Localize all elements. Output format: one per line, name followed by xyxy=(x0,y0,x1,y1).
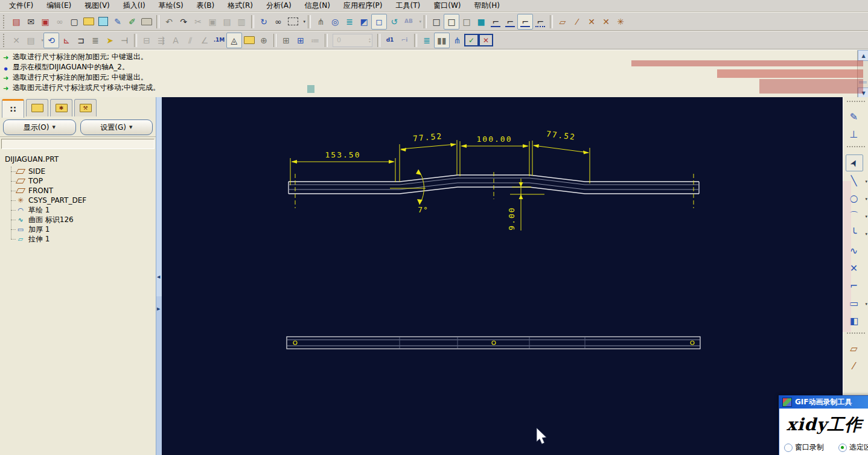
line-tool[interactable]: ╲ xyxy=(846,173,862,189)
message-scrollbar[interactable] xyxy=(857,50,868,98)
table-button[interactable]: ⊞ xyxy=(279,33,293,48)
radio-button-icon[interactable] xyxy=(838,444,847,452)
graphics-canvas[interactable]: 153.50 77.52 100.00 77.52 xyxy=(162,97,843,455)
balloons-folder-button[interactable] xyxy=(242,33,257,48)
side-view-geometry[interactable] xyxy=(289,175,699,194)
edge-display-hidden-button[interactable]: ⌐ xyxy=(517,14,533,30)
dim-text-100-00[interactable]: 100.00 xyxy=(477,135,512,144)
point-tag-display-button[interactable]: ✕ xyxy=(599,14,613,29)
gif-recorder-window[interactable]: GIF动画录制工具 xidy工作 窗口录制 选定区域 xyxy=(779,395,868,455)
redo-button[interactable]: ↷ xyxy=(176,14,191,29)
sep[interactable] xyxy=(134,34,137,47)
tree-item-sketch[interactable]: ◠ 草绘 1 xyxy=(10,205,155,215)
centerlines[interactable] xyxy=(295,172,694,208)
dimension-length-middle[interactable]: 100.00 xyxy=(460,135,529,176)
csys-display-button[interactable]: ✳ xyxy=(613,14,628,29)
spline-tool[interactable]: ∿ xyxy=(846,243,862,259)
tab-favorites[interactable]: ✱ xyxy=(50,99,72,116)
tab-connections[interactable]: ⚒ xyxy=(74,99,97,116)
dim-text-77-52-left[interactable]: 77.52 xyxy=(412,132,442,143)
sep[interactable] xyxy=(424,15,427,28)
toolbar-grip[interactable] xyxy=(847,332,865,337)
undo-button[interactable]: ↶ xyxy=(162,14,176,29)
decimal-places-button[interactable]: .1M xyxy=(212,33,226,48)
toolbar-grip[interactable] xyxy=(3,15,7,28)
dialog-ok-button[interactable]: ✓ xyxy=(464,34,479,46)
text-style-button[interactable]: A xyxy=(168,33,183,48)
toolbar-grip[interactable] xyxy=(3,34,7,47)
dimension-rise-height[interactable]: 9.00 xyxy=(507,179,544,231)
menu-help[interactable]: 帮助(H) xyxy=(467,0,506,11)
dimension-tool[interactable]: ✎ xyxy=(846,109,862,125)
update-sheet-button[interactable]: ⟲ xyxy=(43,33,59,48)
dialog-cancel-button[interactable]: ✕ xyxy=(479,34,493,46)
hidden-line-view-button[interactable]: □ xyxy=(444,14,459,30)
hatch-button[interactable]: ⫽ xyxy=(183,33,197,48)
tree-item-extrude[interactable]: ▱ 拉伸 1 xyxy=(10,234,155,244)
layers-button[interactable]: ≣ xyxy=(342,14,357,29)
cut-button[interactable]: ✂ xyxy=(191,14,205,29)
tab-model-tree[interactable]: ∷ xyxy=(2,99,24,118)
link-button[interactable]: ∞ xyxy=(53,14,67,29)
menu-format[interactable]: 格式(R) xyxy=(221,0,260,11)
select-tool[interactable]: ➤ xyxy=(846,154,863,171)
paste-button[interactable]: ▤ xyxy=(220,14,234,29)
export-image-button[interactable]: ▣ xyxy=(38,14,53,29)
table-rows-button[interactable]: ≔ xyxy=(308,33,322,48)
menu-info[interactable]: 信息(N) xyxy=(298,0,337,11)
shade-button[interactable]: ◩ xyxy=(357,14,371,29)
regen-manager-button[interactable]: ⊐ xyxy=(74,33,88,48)
settings-button[interactable]: 设置(G) xyxy=(80,119,153,135)
insert-jog-button[interactable]: ⊾ xyxy=(59,33,74,48)
relations-button[interactable]: ⋔ xyxy=(450,33,464,48)
tree-item-side[interactable]: SIDE xyxy=(10,167,155,176)
tree-root-part[interactable]: DIJIAGUAN.PRT xyxy=(1,153,155,167)
annotation-button[interactable]: AB xyxy=(401,14,416,29)
select-dimension-button[interactable]: ➤ xyxy=(103,33,117,48)
tree-item-front[interactable]: FRONT xyxy=(10,186,155,196)
datum-plane-tool[interactable]: ▱ xyxy=(846,341,862,357)
sep[interactable] xyxy=(325,34,328,47)
sep[interactable] xyxy=(550,15,553,28)
edge-display-solid-button[interactable]: ⌐ xyxy=(488,14,503,29)
expand-right-arrow-icon[interactable]: ▶ xyxy=(157,307,160,311)
arc-tool[interactable]: ⌒ xyxy=(846,208,862,224)
dim-text-7-deg[interactable]: 7° xyxy=(418,205,429,214)
radio-selected-region[interactable]: 选定区域 xyxy=(838,442,868,453)
fillet-tool[interactable]: ╰ xyxy=(846,226,862,241)
layer-manager-button[interactable]: ≣ xyxy=(420,33,434,48)
table-style-button[interactable]: ≣ xyxy=(88,33,103,48)
zoom-window-button[interactable]: ◻ xyxy=(371,14,387,30)
menu-file[interactable]: 文件(F) xyxy=(2,0,40,11)
menu-analysis[interactable]: 分析(A) xyxy=(260,0,298,11)
sep[interactable] xyxy=(414,34,417,47)
sep[interactable] xyxy=(273,34,276,47)
plane-display-button[interactable]: ▱ xyxy=(555,14,570,29)
tree-item-thicken[interactable]: ▭ 加厚 1 xyxy=(10,224,155,234)
menu-view[interactable]: 视图(V) xyxy=(78,0,116,11)
dimension-value-button[interactable]: d1 xyxy=(383,33,397,48)
datum-axis-tool[interactable]: ⁄ xyxy=(846,358,862,374)
show-balloons-button[interactable]: ◬ xyxy=(226,33,242,48)
redline-erase-button[interactable]: ✐ xyxy=(125,14,139,29)
redline-edit-button[interactable]: ✎ xyxy=(110,14,125,29)
menu-edit[interactable]: 编辑(E) xyxy=(40,0,78,11)
dim-text-9-00[interactable]: 9.00 xyxy=(507,206,516,230)
send-email-button[interactable]: ✉ xyxy=(24,14,38,29)
table-update-button[interactable]: ⊞ xyxy=(293,33,308,48)
sep[interactable] xyxy=(377,34,380,47)
view-settings-button[interactable]: ◎ xyxy=(328,14,342,29)
gif-recorder-titlebar[interactable]: GIF动画录制工具 xyxy=(779,396,868,409)
tree-item-surface[interactable]: ∿ 曲面 标识126 xyxy=(10,215,155,224)
open-file-button[interactable] xyxy=(81,14,96,29)
dim-text-153-50[interactable]: 153.50 xyxy=(325,150,361,159)
attach-balloon-button[interactable]: ⊕ xyxy=(257,33,271,48)
constraint-tool[interactable]: ⊥ xyxy=(846,127,862,142)
wireframe-view-button[interactable]: □ xyxy=(429,14,444,29)
split-window-button[interactable]: ▮▮ xyxy=(434,33,450,48)
menu-window[interactable]: 窗口(W) xyxy=(427,0,467,11)
align-dimensions-button[interactable]: ⊟ xyxy=(139,33,154,48)
collapse-left-arrow-icon[interactable]: ◀ xyxy=(157,275,160,279)
use-edge-tool[interactable]: ⌐ xyxy=(846,278,862,294)
sep[interactable] xyxy=(251,15,254,28)
